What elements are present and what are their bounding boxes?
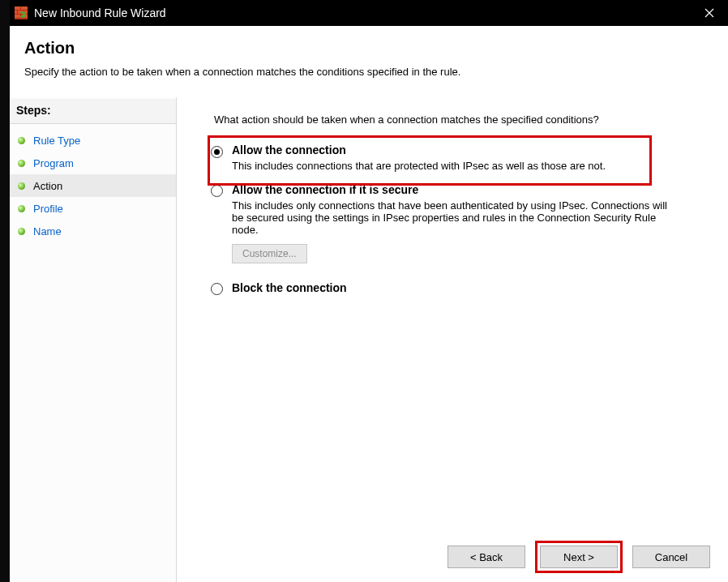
bullet-icon — [18, 205, 25, 212]
close-button[interactable] — [691, 0, 728, 26]
customize-button: Customize... — [232, 244, 307, 263]
steps-heading: Steps: — [10, 99, 176, 124]
action-options: Allow the connection This includes conne… — [211, 143, 710, 297]
option-desc: This includes connections that are prote… — [232, 160, 670, 172]
page-title: Action — [24, 39, 713, 58]
option-allow-secure[interactable]: Allow the connection if it is secure Thi… — [211, 183, 710, 263]
radio-allow[interactable] — [211, 146, 223, 158]
sidebar-item-action[interactable]: Action — [10, 174, 176, 197]
svg-rect-6 — [15, 15, 20, 18]
page-body: Steps: Rule Type Program Action — [10, 97, 728, 582]
radio-allow-secure[interactable] — [211, 185, 223, 197]
page-header: Action Specify the action to be taken wh… — [10, 26, 728, 86]
sidebar-item-label: Profile — [33, 203, 63, 215]
wizard-window: New Inbound Rule Wizard Action Specify t… — [0, 0, 728, 582]
page-subtitle: Specify the action to be taken when a co… — [24, 66, 713, 78]
sidebar-item-label: Rule Type — [33, 135, 80, 147]
wizard-footer: < Back Next > Cancel — [177, 532, 728, 582]
steps-list: Rule Type Program Action Profile — [10, 124, 176, 242]
bullet-icon — [18, 228, 25, 235]
bullet-icon — [18, 137, 25, 144]
client-area: Action Specify the action to be taken wh… — [10, 26, 728, 582]
bullet-icon — [18, 160, 25, 167]
option-desc: This includes only connections that have… — [232, 199, 670, 236]
option-title: Block the connection — [232, 281, 710, 294]
steps-sidebar: Steps: Rule Type Program Action — [10, 97, 177, 582]
sidebar-item-profile[interactable]: Profile — [10, 197, 176, 220]
svg-rect-2 — [21, 6, 28, 10]
close-icon — [704, 8, 714, 18]
titlebar: New Inbound Rule Wizard — [10, 0, 728, 26]
sidebar-item-name[interactable]: Name — [10, 220, 176, 242]
sidebar-item-rule-type[interactable]: Rule Type — [10, 129, 176, 152]
bullet-icon — [18, 182, 25, 190]
option-allow[interactable]: Allow the connection This includes conne… — [211, 143, 710, 172]
sidebar-item-label: Program — [33, 157, 74, 169]
sidebar-item-program[interactable]: Program — [10, 152, 176, 174]
window-left-strip — [0, 0, 10, 582]
main-prompt: What action should be taken when a conne… — [211, 113, 710, 126]
option-block[interactable]: Block the connection — [211, 281, 710, 297]
sidebar-item-label: Action — [33, 180, 62, 192]
window-title: New Inbound Rule Wizard — [34, 6, 691, 19]
next-button[interactable]: Next > — [540, 546, 618, 568]
option-title: Allow the connection if it is secure — [232, 183, 710, 196]
option-title: Allow the connection — [232, 143, 710, 156]
radio-block[interactable] — [211, 283, 223, 295]
sidebar-item-label: Name — [33, 225, 62, 238]
back-button[interactable]: < Back — [448, 546, 525, 568]
svg-rect-3 — [15, 11, 17, 14]
cancel-button[interactable]: Cancel — [632, 546, 710, 568]
firewall-icon — [15, 6, 28, 19]
main-panel: What action should be taken when a conne… — [177, 97, 728, 582]
svg-rect-1 — [15, 6, 20, 10]
